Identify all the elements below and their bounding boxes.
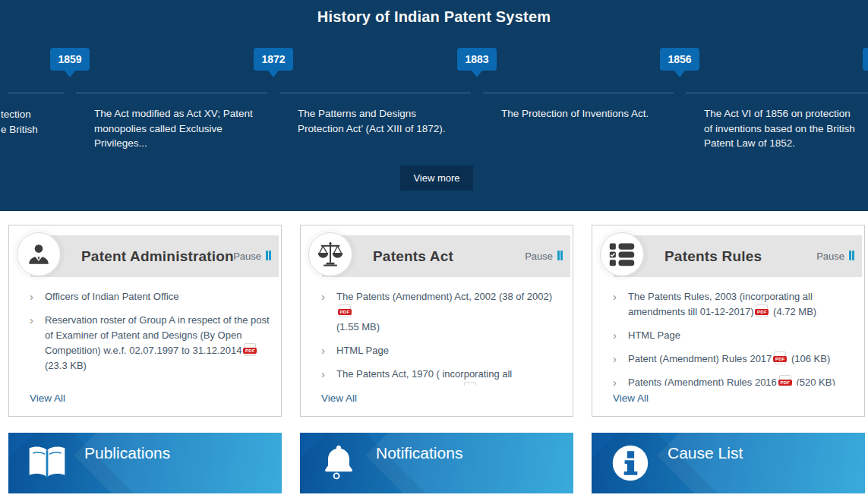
person-icon [17, 232, 61, 276]
chevron-right-icon: › [613, 289, 617, 304]
chevron-right-icon: › [321, 289, 325, 304]
timeline-item-text: The Act modified as Act XV; Patent monop… [94, 106, 284, 151]
list-item-link[interactable]: Officers of Indian Patent Office [45, 291, 179, 302]
tile-cause-list[interactable]: Cause List [592, 433, 865, 493]
pdf-icon[interactable]: PDF [779, 375, 791, 386]
file-size: (106 KB) [791, 353, 830, 364]
card-title: Patents Act [373, 235, 453, 277]
list-item: › The Patents Act, 1970 ( incorporating … [321, 367, 565, 386]
timeline-next-badge-sliver [863, 48, 868, 71]
file-size: (4.72 MB) [773, 306, 816, 317]
banner-title: History of Indian Patent System [0, 6, 868, 27]
pdf-icon[interactable]: PDF [756, 304, 768, 317]
list-item: › The Patents (Amendment) Act, 2002 (38 … [321, 289, 565, 335]
pause-bars-icon [265, 251, 271, 263]
list-item-link[interactable]: Patent (Amendment) Rules 2017 [628, 353, 772, 364]
list-item: › Patents (Amendment) Rules 2016PDF (520… [613, 375, 857, 386]
timeline-item-text: The Act VI of 1856 on protection of inve… [704, 106, 868, 151]
history-banner: History of Indian Patent System tection … [0, 0, 868, 211]
list-item-link[interactable]: Reservation roster of Group A in respect… [45, 314, 270, 356]
chevron-right-icon: › [613, 328, 617, 343]
list-item: › The Patents Rules, 2003 (incorporating… [613, 289, 857, 320]
pause-control[interactable]: Pause [525, 235, 563, 277]
timeline-year-badge: 1872 [254, 48, 293, 71]
chevron-right-icon: › [613, 375, 617, 386]
tile-label: Cause List [668, 443, 743, 463]
list-item-link[interactable]: HTML Page [336, 345, 389, 356]
chevron-right-icon: › [30, 289, 33, 304]
scales-icon [308, 232, 352, 276]
chevron-right-icon: › [613, 351, 617, 367]
list-item: › HTML Page [321, 343, 565, 358]
list-item: › HTML Page [613, 328, 857, 343]
list-item: › Reservation roster of Group A in respe… [30, 313, 273, 374]
view-all-link[interactable]: View All [613, 392, 649, 404]
tile-label: Publications [84, 443, 170, 463]
chevron-right-icon: › [321, 367, 325, 382]
pause-bars-icon [557, 251, 563, 263]
pdf-icon[interactable]: PDF [339, 304, 351, 317]
file-size: (1.55 MB) [336, 320, 565, 335]
book-icon [25, 437, 69, 489]
file-size: (1.28 MB) [481, 383, 525, 386]
timeline-year-badge: 1883 [457, 48, 497, 71]
card-patent-administration: Patent Administration Pause › Officers o… [8, 225, 282, 417]
tile-publications[interactable]: Publications [8, 433, 282, 493]
list-item-link[interactable]: The Patents (Amendment) Act, 2002 (38 of… [336, 291, 552, 302]
card-title: Patents Rules [664, 235, 762, 277]
timeline-line [8, 93, 868, 93]
tile-label: Notifications [376, 443, 462, 463]
pdf-icon[interactable]: PDF [244, 343, 256, 356]
list-item: › Patent (Amendment) Rules 2017PDF (106 … [613, 351, 857, 367]
pause-control[interactable]: Pause [233, 235, 271, 277]
pause-label: Pause [233, 251, 261, 262]
tile-notifications[interactable]: Notifications [300, 433, 573, 493]
pause-bars-icon [848, 251, 854, 263]
file-size: (520 KB) [796, 377, 835, 386]
timeline-year-badge: 1856 [660, 48, 699, 71]
info-icon [608, 437, 652, 489]
timeline-item-text: The Protection of Inventions Act. [501, 106, 691, 121]
pause-control[interactable]: Pause [816, 235, 854, 277]
view-all-link[interactable]: View All [30, 392, 65, 404]
list-item: › Officers of Indian Patent Office [30, 289, 273, 304]
checklist-icon [600, 232, 644, 276]
chevron-right-icon: › [321, 343, 325, 358]
pdf-icon[interactable]: PDF [774, 351, 786, 364]
card-patents-act: Patents Act Pause › The Patents (Amendme… [300, 225, 573, 417]
card-link-list: › The Patents Rules, 2003 (incorporating… [592, 289, 864, 386]
file-size: (23.3 KB) [45, 358, 273, 374]
ipo-homepage: History of Indian Patent System tection … [0, 0, 868, 498]
view-all-link[interactable]: View All [321, 392, 357, 404]
chevron-right-icon: › [30, 313, 33, 328]
timeline-year-badge: 1859 [50, 48, 90, 71]
pdf-icon[interactable]: PDF [464, 382, 476, 386]
pause-label: Pause [525, 251, 553, 262]
pause-label: Pause [816, 251, 844, 262]
card-title: Patent Administration [81, 235, 234, 277]
card-link-list: › The Patents (Amendment) Act, 2002 (38 … [301, 289, 573, 386]
card-patents-rules: Patents Rules Pause › The Patents Rules,… [592, 225, 865, 417]
view-more-button[interactable]: View more [400, 165, 473, 191]
list-item-link[interactable]: HTML Page [628, 329, 680, 341]
list-item-link[interactable]: Patents (Amendment) Rules 2016 [628, 377, 777, 386]
timeline-item-partial: tection e British [1, 107, 38, 137]
timeline-item-text: The Patterns and Designs Protection Act’… [298, 106, 488, 136]
card-link-list: › Officers of Indian Patent Office › Res… [9, 289, 281, 386]
bell-icon [317, 437, 361, 489]
